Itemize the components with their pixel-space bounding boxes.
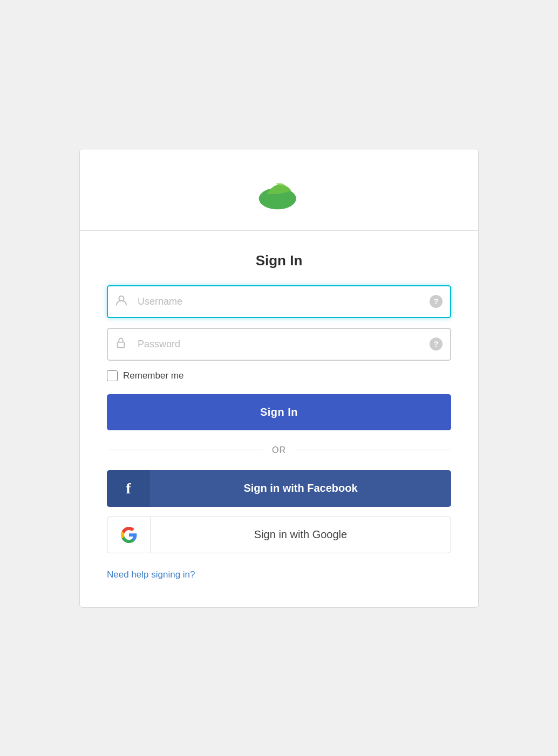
card-body: Sign In ? ? xyxy=(80,231,478,607)
or-text: OR xyxy=(272,445,286,455)
or-line-right xyxy=(295,450,451,450)
help-signing-in-link[interactable]: Need help signing in? xyxy=(107,569,195,580)
google-sign-in-button[interactable]: Sign in with Google xyxy=(107,517,451,553)
username-help-icon[interactable]: ? xyxy=(430,295,443,308)
remember-me-checkbox[interactable] xyxy=(107,370,118,381)
or-line-left xyxy=(107,450,263,450)
app-logo xyxy=(252,171,306,214)
facebook-sign-in-button[interactable]: f Sign in with Facebook xyxy=(107,470,451,507)
google-icon xyxy=(107,517,151,553)
password-help-icon[interactable]: ? xyxy=(430,338,443,350)
remember-me-group: Remember me xyxy=(107,370,451,381)
login-card: Sign In ? ? xyxy=(79,149,479,608)
card-header xyxy=(80,149,478,231)
password-input[interactable] xyxy=(107,328,451,361)
facebook-button-label: Sign in with Facebook xyxy=(150,470,451,507)
facebook-icon: f xyxy=(107,470,150,507)
sign-in-title: Sign In xyxy=(107,252,451,269)
google-button-label: Sign in with Google xyxy=(151,517,451,553)
remember-me-label[interactable]: Remember me xyxy=(123,370,183,381)
or-divider: OR xyxy=(107,445,451,455)
sign-in-button[interactable]: Sign In xyxy=(107,394,451,430)
logo-container xyxy=(252,171,306,214)
password-group: ? xyxy=(107,328,451,361)
username-input[interactable] xyxy=(107,285,451,318)
username-group: ? xyxy=(107,285,451,318)
